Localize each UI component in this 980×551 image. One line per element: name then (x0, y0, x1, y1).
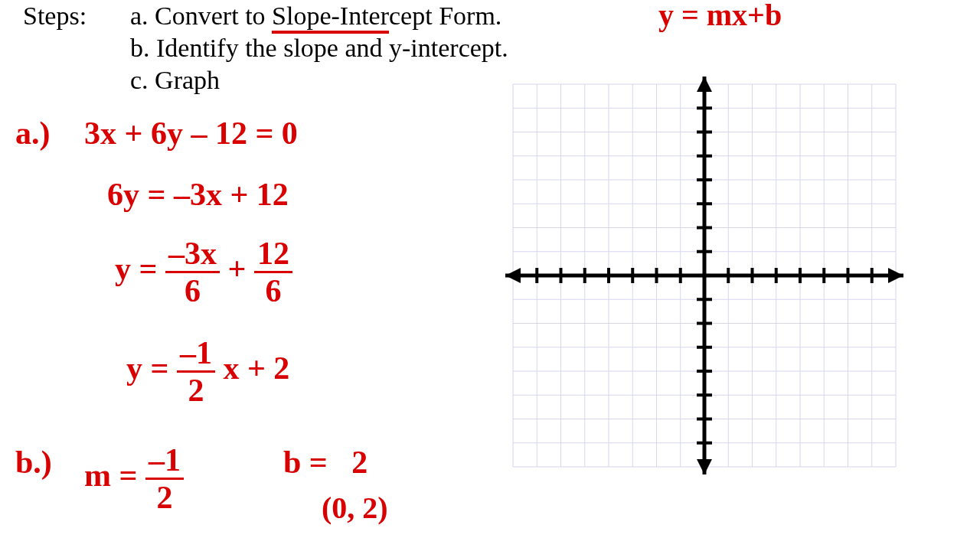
m-lhs: m = (84, 458, 137, 493)
eq4-rest: x + 2 (223, 350, 289, 386)
eq3-lhs: y = (115, 251, 157, 286)
eq1: 3x + 6y – 12 = 0 (84, 115, 298, 152)
eq3: y = –3x 6 + 12 6 (115, 237, 292, 307)
eq4-lhs: y = (126, 350, 168, 386)
m-frac: –1 2 (145, 444, 184, 514)
eq2: 6y = –3x + 12 (107, 176, 289, 213)
coordinate-grid (505, 77, 903, 474)
step-a-post: cept Form. (389, 2, 501, 30)
m-den: 2 (145, 480, 184, 514)
b-value: b = 2 (283, 444, 368, 481)
eq4: y = –1 2 x + 2 (126, 337, 289, 406)
eq3-den1: 6 (165, 273, 220, 307)
eq3-frac2: 12 6 (254, 237, 292, 307)
eq4-frac: –1 2 (177, 337, 215, 406)
step-c: c. Graph (130, 66, 220, 95)
label-a: a.) (15, 115, 51, 152)
eq3-frac1: –3x 6 (165, 237, 220, 307)
eq4-num: –1 (177, 337, 215, 373)
eq3-num1: –3x (165, 237, 220, 273)
step-a: a. Convert to Slope-Intercept Form. (130, 2, 501, 31)
steps-label: Steps: (23, 2, 87, 31)
label-b: b.) (15, 444, 52, 481)
eq3-den2: 6 (254, 273, 292, 307)
m-num: –1 (145, 444, 184, 480)
step-b: b. Identify the slope and y-intercept. (130, 34, 508, 63)
step-a-underlined: Slope-Inter (272, 2, 389, 34)
m-value: m = –1 2 (84, 444, 184, 514)
eq3-plus: + (227, 251, 246, 286)
eq4-den: 2 (177, 373, 215, 406)
step-a-pre: a. Convert to (130, 2, 272, 30)
point: (0, 2) (322, 490, 388, 526)
eq3-num2: 12 (254, 237, 292, 273)
formula-top: y = mx+b (658, 0, 782, 33)
